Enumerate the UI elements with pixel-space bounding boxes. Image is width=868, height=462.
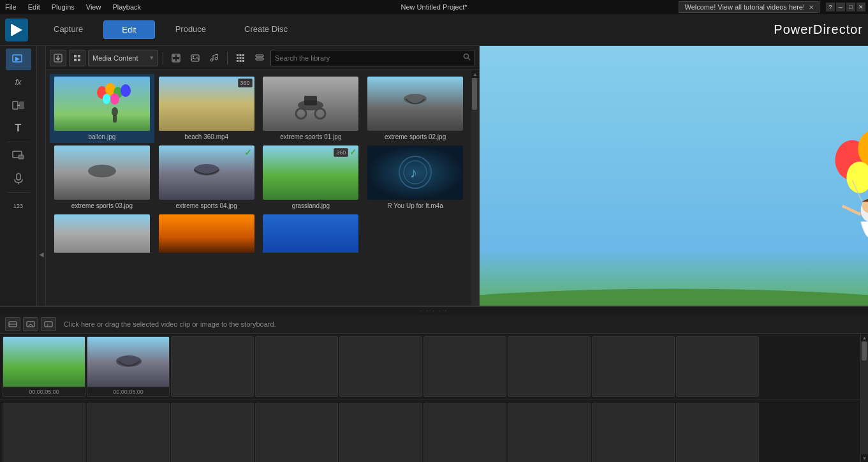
view-music-button[interactable] xyxy=(206,50,223,66)
minimize-button[interactable]: ─ xyxy=(836,3,845,11)
storyboard-hint: Click here or drag the selected video cl… xyxy=(64,320,276,328)
media-item-label: R You Up for It.m4a xyxy=(387,202,443,209)
storyboard-cell[interactable] xyxy=(339,336,422,397)
title-bar: File Edit Plugins View Playback New Unti… xyxy=(0,0,868,14)
list-item[interactable] xyxy=(154,212,259,271)
view-photo-button[interactable] xyxy=(187,50,203,66)
view-all-button[interactable] xyxy=(168,50,184,66)
scroll-thumb[interactable] xyxy=(472,78,477,110)
project-title: New Untitled Project* xyxy=(401,3,467,11)
svg-rect-31 xyxy=(240,60,242,62)
storyboard-tracks-area: 00;00;05;00 xyxy=(0,334,868,462)
menu-plugins[interactable]: Plugins xyxy=(49,2,77,12)
collapse-icon: ◀ xyxy=(39,251,44,258)
storyboard-cell[interactable] xyxy=(423,403,506,462)
svg-rect-50 xyxy=(304,96,317,105)
list-item[interactable] xyxy=(259,212,364,271)
grid-view-button[interactable] xyxy=(232,50,249,66)
sb-scroll-down[interactable]: ▼ xyxy=(861,454,868,462)
scroll-up-button[interactable]: ▲ xyxy=(471,70,479,78)
tool-transitions[interactable] xyxy=(6,94,31,116)
menu-playback[interactable]: Playback xyxy=(110,2,143,12)
tab-edit[interactable]: Edit xyxy=(103,20,154,39)
svg-point-54 xyxy=(404,94,427,104)
list-item[interactable] xyxy=(50,212,154,271)
storyboard-cell[interactable] xyxy=(87,403,170,462)
menu-view[interactable]: View xyxy=(84,2,104,12)
sb-scroll-track xyxy=(861,341,868,454)
list-item[interactable]: ♪ R You Up for It.m4a xyxy=(363,143,467,212)
storyboard-btn-1[interactable] xyxy=(5,317,20,331)
tool-media[interactable] xyxy=(6,48,31,70)
tool-voice[interactable] xyxy=(6,168,31,190)
storyboard-cell[interactable] xyxy=(255,403,338,462)
storyboard-cell[interactable] xyxy=(423,336,506,397)
svg-rect-5 xyxy=(19,101,24,109)
storyboard-cell[interactable] xyxy=(676,403,759,462)
media-thumbnail xyxy=(263,214,358,269)
help-button[interactable]: ? xyxy=(826,3,835,11)
svg-rect-34 xyxy=(256,58,263,60)
svg-rect-9 xyxy=(17,174,20,180)
app-header: Capture Edit Produce Create Disc PowerDi… xyxy=(0,14,868,46)
storyboard-btn-2[interactable] xyxy=(23,317,38,331)
sb-scroll-thumb[interactable] xyxy=(862,341,867,361)
storyboard-cell[interactable] xyxy=(676,336,759,397)
svg-rect-4 xyxy=(13,101,18,109)
svg-rect-45 xyxy=(113,115,117,123)
svg-rect-16 xyxy=(78,59,80,61)
svg-rect-13 xyxy=(74,55,77,57)
content-type-dropdown[interactable]: Media Content ▾ xyxy=(88,50,158,66)
tool-chapters[interactable]: 123 xyxy=(6,195,31,217)
plugin-button[interactable] xyxy=(69,50,85,66)
badge-360: 360 xyxy=(238,78,253,87)
sb-scroll-up[interactable]: ▲ xyxy=(861,334,868,341)
tool-title[interactable]: T xyxy=(6,117,31,139)
menu-file[interactable]: File xyxy=(3,2,19,12)
storyboard-cell[interactable] xyxy=(592,336,675,397)
svg-line-36 xyxy=(468,58,471,61)
import-button[interactable] xyxy=(50,50,66,66)
tool-fx[interactable]: fx xyxy=(6,71,31,93)
list-item[interactable]: ballon.jpg xyxy=(50,74,154,143)
svg-rect-1 xyxy=(11,24,13,36)
media-thumbnail: ♪ xyxy=(367,145,463,200)
storyboard-cell[interactable]: 00;00;05;00 xyxy=(3,336,85,397)
list-item[interactable]: extreme sports 01.jpg xyxy=(259,74,364,143)
list-item[interactable]: 360 beach 360.mp4 xyxy=(154,74,259,143)
close-window-button[interactable]: ✕ xyxy=(857,3,865,11)
storyboard-cell[interactable]: 00;00;05;00 xyxy=(87,336,170,397)
storyboard-cell[interactable] xyxy=(171,336,254,397)
storyboard-cell[interactable] xyxy=(3,403,85,462)
list-view-button[interactable] xyxy=(251,50,268,66)
media-thumbnail: ✓ xyxy=(159,145,254,200)
storyboard-cell[interactable] xyxy=(339,403,422,462)
tool-pip[interactable] xyxy=(6,145,31,167)
svg-point-56 xyxy=(88,165,116,177)
toolbar-separator xyxy=(163,52,163,64)
storyboard-cell[interactable] xyxy=(592,403,675,462)
tab-produce[interactable]: Produce xyxy=(158,20,224,39)
storyboard-cell[interactable] xyxy=(255,336,338,397)
storyboard-cell[interactable] xyxy=(171,403,254,462)
list-item[interactable]: extreme sports 03.jpg xyxy=(50,143,154,212)
list-item[interactable]: ✓ extreme sports 04.jpg xyxy=(154,143,259,212)
list-item[interactable]: extreme sports 02.jpg xyxy=(363,74,467,143)
menu-edit[interactable]: Edit xyxy=(26,2,43,12)
media-item-label: extreme sports 02.jpg xyxy=(385,133,446,140)
svg-rect-66 xyxy=(263,214,358,253)
list-item[interactable]: 360 ✓ grassland.jpg xyxy=(259,143,364,212)
storyboard-cell[interactable] xyxy=(508,403,591,462)
cell-timecode: 00;00;05;00 xyxy=(3,387,85,396)
search-input[interactable] xyxy=(275,54,460,62)
tab-capture[interactable]: Capture xyxy=(36,20,101,39)
maximize-button[interactable]: □ xyxy=(846,3,855,11)
tab-create-disc[interactable]: Create Disc xyxy=(226,20,305,39)
storyboard-btn-3[interactable]: ♪ xyxy=(41,317,56,331)
window-controls: ? ─ □ ✕ xyxy=(826,3,865,11)
svg-point-41 xyxy=(121,84,131,97)
resize-handle[interactable]: · · · · · xyxy=(0,307,868,315)
storyboard-cell[interactable] xyxy=(508,336,591,397)
welcome-close-button[interactable]: ✕ xyxy=(809,4,814,11)
svg-point-44 xyxy=(112,107,118,116)
